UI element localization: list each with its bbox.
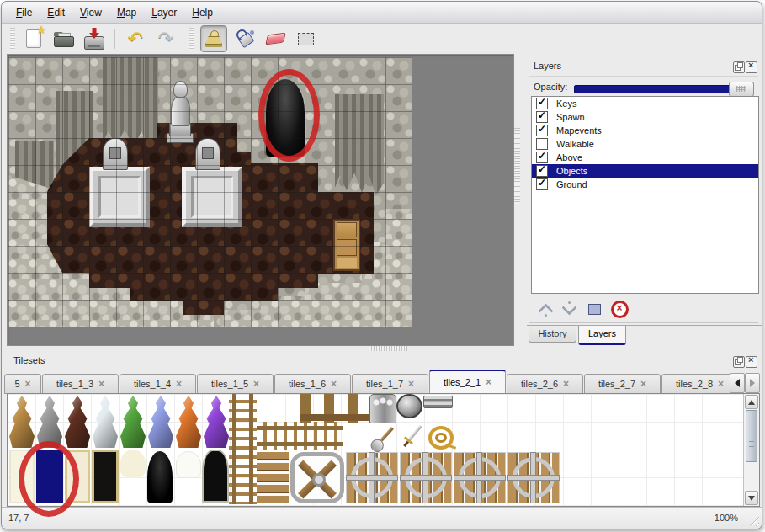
tile-rope-coil [428, 426, 454, 450]
menu-edit[interactable]: Edit [40, 7, 72, 19]
save-file-button[interactable] [82, 26, 107, 51]
layer-checkbox[interactable] [536, 98, 548, 109]
close-tab-icon[interactable] [25, 379, 31, 389]
opacity-slider[interactable] [574, 85, 730, 93]
divider [529, 76, 758, 77]
menu-view[interactable]: View [72, 7, 109, 19]
scroll-tabs-left-button[interactable] [730, 373, 745, 393]
layer-row-spawn[interactable]: Spawn [532, 110, 758, 124]
redo-button[interactable] [153, 26, 178, 51]
tile-door-dark [92, 450, 119, 503]
menu-help[interactable]: Help [184, 7, 220, 19]
close-tab-icon[interactable] [563, 379, 569, 389]
undo-button[interactable] [123, 26, 148, 51]
close-tab-icon[interactable] [331, 379, 337, 389]
map-wall-column [103, 57, 158, 150]
layer-checkbox[interactable] [536, 125, 548, 136]
layer-row-objects[interactable]: Objects [532, 164, 758, 178]
layer-list: Keys Spawn Mapevents Walkable Above Obje… [531, 96, 759, 294]
tile-door-faint [9, 450, 35, 503]
close-tab-icon[interactable] [640, 379, 646, 389]
layer-buttons: × [529, 295, 758, 323]
duplicate-layer-button[interactable] [584, 299, 604, 319]
float-panel-icon[interactable] [733, 61, 745, 73]
new-file-button[interactable] [21, 26, 46, 51]
scrollbar-thumb[interactable] [746, 410, 757, 462]
opacity-slider-handle[interactable] [729, 82, 754, 97]
map-viewport[interactable] [7, 54, 514, 346]
close-tab-icon[interactable] [98, 379, 104, 389]
tileset-tab-bar: 5 tiles_1_3 tiles_1_4 tiles_1_5 tiles_1_… [4, 370, 730, 394]
select-tool-button[interactable] [293, 26, 318, 51]
layers-panel-title: Layers [534, 61, 561, 71]
close-tab-icon[interactable] [176, 379, 182, 389]
selected-tile[interactable] [36, 450, 63, 503]
close-tab-icon[interactable] [486, 377, 491, 387]
stamp-icon [205, 30, 222, 47]
layer-checkbox[interactable] [536, 178, 548, 190]
tab-tiles-1-6[interactable]: tiles_1_6 [274, 374, 351, 393]
tab-tiles-1-5[interactable]: tiles_1_5 [197, 374, 274, 393]
layer-row-keys[interactable]: Keys [532, 97, 758, 110]
layer-checkbox[interactable] [536, 111, 548, 123]
tile-track-supports [300, 394, 371, 423]
tile-ladder-vertical [229, 394, 257, 504]
layer-checkbox[interactable] [536, 138, 548, 150]
cursor-coordinates: 17, 7 [8, 513, 29, 523]
tile-metal-bars [423, 396, 453, 408]
fill-tool-button[interactable] [232, 26, 258, 51]
layer-row-mapevents[interactable]: Mapevents [532, 124, 758, 137]
tab-tiles-1-7[interactable]: tiles_1_7 [352, 374, 428, 393]
tile-arch-white [176, 451, 201, 478]
layer-checkbox[interactable] [536, 152, 548, 163]
toolbar-drag-handle[interactable] [10, 28, 15, 50]
tab-tiles-1-3[interactable]: tiles_1_3 [42, 374, 119, 393]
move-layer-up-button[interactable] [535, 299, 555, 319]
close-panel-icon[interactable] [746, 356, 757, 368]
delete-layer-button[interactable]: × [609, 299, 630, 319]
tile-crystal-purple [204, 396, 229, 448]
layer-checkbox[interactable] [536, 165, 548, 177]
tab-tiles-2-8[interactable]: tiles_2_8 [661, 374, 730, 393]
close-tab-icon[interactable] [408, 379, 414, 389]
tab-history[interactable]: History [529, 326, 576, 343]
vertical-splitter-handle[interactable] [514, 128, 520, 204]
tab-layers[interactable]: Layers [578, 326, 626, 345]
menu-file[interactable]: File [8, 7, 40, 19]
layer-row-above[interactable]: Above [532, 151, 758, 164]
tile-shield [396, 394, 422, 418]
tile-arch-cream [120, 450, 146, 478]
delete-icon: × [611, 301, 629, 318]
stamp-tool-button[interactable] [200, 25, 227, 52]
scroll-up-button[interactable] [745, 395, 758, 409]
tab-tiles-2-6[interactable]: tiles_2_6 [507, 374, 583, 393]
menu-layer[interactable]: Layer [144, 7, 184, 19]
move-layer-down-button[interactable] [559, 299, 579, 319]
scroll-down-button[interactable] [745, 491, 758, 505]
map-statue [165, 81, 195, 143]
toolbar-drag-handle-2[interactable] [189, 28, 194, 50]
close-tab-icon[interactable] [718, 379, 724, 389]
tileset-scrollbar[interactable] [743, 394, 759, 506]
map-canvas[interactable] [8, 57, 412, 327]
arrow-up-icon [748, 400, 755, 405]
map-cave-entrance [266, 79, 305, 157]
tile-planks [257, 452, 289, 503]
menu-map[interactable]: Map [109, 7, 144, 19]
tab-tiles-2-7[interactable]: tiles_2_7 [584, 374, 661, 393]
open-folder-icon [54, 32, 74, 47]
close-tab-icon[interactable] [253, 379, 259, 389]
eraser-tool-button[interactable] [263, 26, 288, 51]
layer-row-ground[interactable]: Ground [532, 178, 758, 191]
tab-tileset-5[interactable]: 5 [4, 374, 41, 393]
tab-tiles-1-4[interactable]: tiles_1_4 [120, 374, 196, 393]
layer-row-walkable[interactable]: Walkable [532, 137, 758, 151]
open-file-button[interactable] [51, 26, 77, 51]
tab-tiles-2-1[interactable]: tiles_2_1 [429, 370, 506, 393]
tileset-canvas[interactable] [8, 394, 744, 506]
scroll-tabs-right-button[interactable] [745, 373, 760, 393]
float-panel-icon[interactable] [733, 356, 745, 368]
close-panel-icon[interactable] [746, 61, 757, 73]
window-resize-grip[interactable] [746, 513, 759, 526]
tile-track-crossing [346, 452, 398, 503]
